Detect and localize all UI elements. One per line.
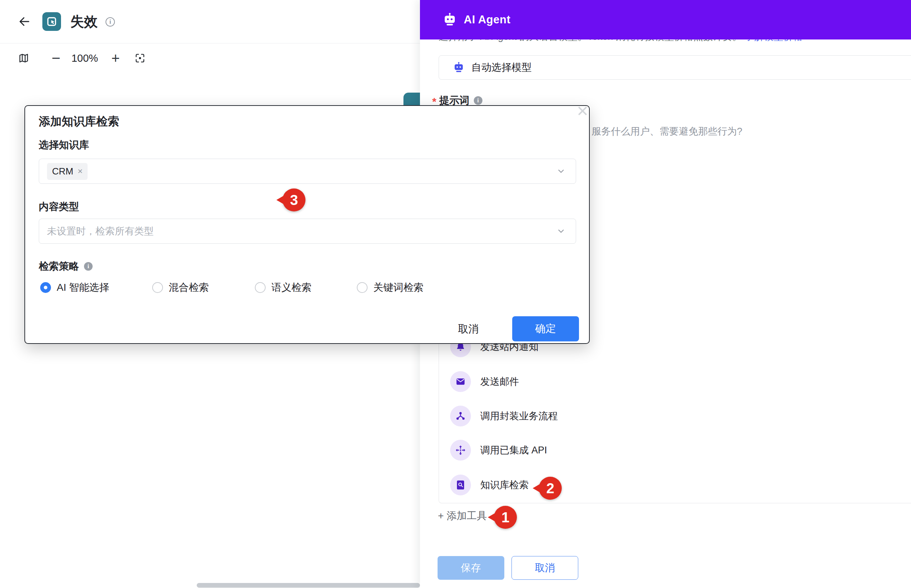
radio-label: 混合检索 [169,281,209,294]
content-type-select[interactable]: 未设置时，检索所有类型 [39,219,576,244]
kb-select[interactable]: CRM × [39,159,576,184]
fit-to-screen-icon[interactable] [134,52,146,64]
back-button[interactable] [16,13,33,30]
api-icon [450,440,471,460]
radio-label: AI 智能选择 [57,281,109,294]
dialog-title: 添加知识库检索 [39,114,119,129]
save-button[interactable]: 保存 [438,556,504,580]
close-icon[interactable] [574,102,591,120]
screen: 失效 i − 100% + 选择用于 AI Agent 的大语言模型。Token… [0,0,911,588]
model-select[interactable]: 自动选择模型 [439,55,911,80]
workflow-icon [450,405,471,426]
robot-icon [442,12,457,27]
horizontal-scrollbar[interactable] [197,583,420,588]
dialog-ok-button[interactable]: 确定 [512,316,579,341]
prompt-info-icon[interactable]: i [474,96,483,105]
page-title-info-icon[interactable]: i [105,17,115,27]
page-title: 失效 [70,12,98,31]
content-type-placeholder: 未设置时，检索所有类型 [47,225,153,237]
tool-item-workflow[interactable]: 调用封装业务流程 [439,399,911,433]
radio-semantic-search[interactable]: 语义检索 [255,281,312,294]
panel-header: AI Agent [420,0,911,39]
radio-unselected-icon [357,282,368,293]
tool-item-api[interactable]: 调用已集成 API [439,433,911,467]
annotation-step-1: 1 [494,506,517,529]
radio-keyword-search[interactable]: 关键词检索 [357,281,423,294]
tool-item-email[interactable]: 发送邮件 [439,364,911,399]
tool-label: 调用封装业务流程 [480,410,558,423]
minimap-icon[interactable] [18,52,29,64]
kb-select-label: 选择知识库 [39,138,89,152]
knowledge-search-icon [450,475,471,495]
strategy-label-row: 检索策略 i [39,260,93,273]
radio-label: 语义检索 [271,281,312,294]
zoom-out-button[interactable]: − [48,50,64,66]
chevron-down-icon [556,166,566,176]
add-knowledge-search-dialog: 添加知识库检索 选择知识库 CRM × 内容类型 未设置时，检索所有类型 检索策… [24,105,590,344]
dialog-cancel-button[interactable]: 取消 [443,318,494,340]
radio-unselected-icon [255,282,266,293]
model-select-value: 自动选择模型 [471,61,531,74]
back-arrow-icon [18,15,31,28]
radio-hybrid-search[interactable]: 混合检索 [152,281,209,294]
model-robot-icon [452,61,465,74]
strategy-info-icon[interactable]: i [84,262,93,271]
tool-label: 调用已集成 API [480,444,547,457]
app-logo-icon [42,12,61,31]
kb-tag: CRM × [47,163,87,180]
annotation-step-3: 3 [283,189,305,212]
panel-title: AI Agent [464,13,510,26]
radio-selected-icon [40,282,51,293]
content-type-label: 内容类型 [39,200,79,213]
tool-item-knowledge-search[interactable]: 知识库检索 [439,468,911,502]
panel-cancel-button[interactable]: 取消 [512,556,578,580]
annotation-step-2: 2 [539,477,562,500]
tool-label: 发送邮件 [480,375,519,388]
zoom-level: 100% [68,52,102,64]
prompt-placeholder-text: 服务什么用户、需要避免那些行为? [591,125,742,138]
chevron-down-icon [556,226,566,236]
kb-tag-remove-icon[interactable]: × [78,167,82,176]
zoom-in-button[interactable]: + [108,50,123,66]
radio-label: 关键词检索 [373,281,423,294]
strategy-label: 检索策略 [39,260,79,273]
radio-unselected-icon [152,282,163,293]
mail-icon [450,371,471,392]
add-tool-button[interactable]: + 添加工具 [438,509,487,523]
kb-tag-label: CRM [52,166,73,177]
tool-label: 知识库检索 [480,478,529,491]
radio-ai-smart-select[interactable]: AI 智能选择 [40,281,109,294]
